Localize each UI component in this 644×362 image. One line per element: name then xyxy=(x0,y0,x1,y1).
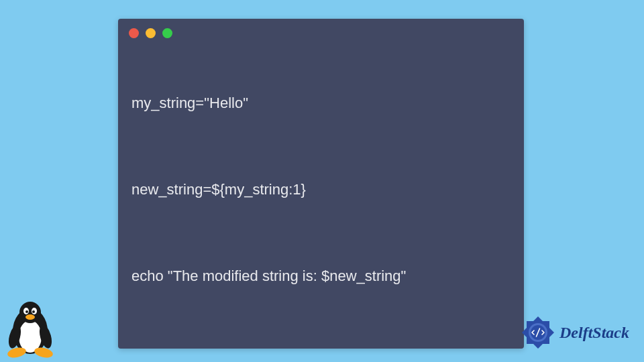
code-line-1: my_string="Hello" xyxy=(131,92,511,114)
close-icon xyxy=(129,28,139,38)
code-line-3: echo "The modified string is: $new_strin… xyxy=(131,265,511,287)
maximize-icon xyxy=(162,28,172,38)
tux-penguin-icon xyxy=(5,298,56,358)
svg-point-5 xyxy=(25,310,28,313)
svg-point-1 xyxy=(19,320,42,353)
svg-point-7 xyxy=(25,314,35,320)
svg-point-2 xyxy=(19,302,41,323)
delftstack-brand: DelftStack xyxy=(521,315,629,350)
code-block: my_string="Hello" new_string=${my_string… xyxy=(118,19,524,349)
code-line-2: new_string=${my_string:1} xyxy=(131,178,511,200)
delftstack-label: DelftStack xyxy=(559,324,629,342)
minimize-icon xyxy=(146,28,156,38)
delftstack-logo-icon xyxy=(521,315,555,350)
svg-point-6 xyxy=(32,310,35,313)
window-controls xyxy=(118,19,524,44)
code-content: my_string="Hello" new_string=${my_string… xyxy=(118,44,524,349)
